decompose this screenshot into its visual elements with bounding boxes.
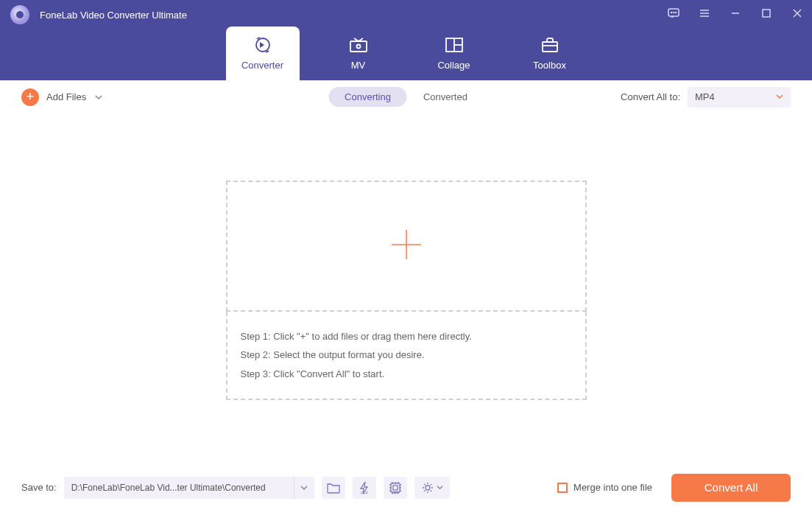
tab-converted[interactable]: Converted bbox=[407, 87, 484, 107]
window-controls bbox=[665, 4, 806, 22]
svg-point-13 bbox=[356, 45, 360, 49]
step-3: Step 3: Click "Convert All" to start. bbox=[241, 367, 572, 382]
hardware-accel-button[interactable]: OFF bbox=[353, 477, 376, 499]
app-title: FoneLab Video Converter Ultimate bbox=[40, 10, 187, 21]
titlebar: FoneLab Video Converter Ultimate bbox=[0, 0, 812, 80]
convert-all-to: Convert All to: MP4 bbox=[621, 87, 791, 108]
convert-all-button[interactable]: Convert All bbox=[671, 474, 791, 502]
save-path-value: D:\FoneLab\FoneLab Vid...ter Ultimate\Co… bbox=[71, 483, 266, 493]
close-icon[interactable] bbox=[788, 4, 806, 22]
settings-button[interactable] bbox=[414, 477, 450, 499]
save-path-select[interactable]: D:\FoneLab\FoneLab Vid...ter Ultimate\Co… bbox=[64, 477, 314, 499]
plus-circle-icon: + bbox=[21, 88, 39, 106]
svg-point-3 bbox=[676, 13, 677, 13]
chevron-down-icon bbox=[294, 477, 314, 499]
bottombar: Save to: D:\FoneLab\FoneLab Vid...ter Ul… bbox=[7, 467, 805, 508]
tab-mv-label: MV bbox=[351, 60, 366, 71]
tab-toolbox[interactable]: Toolbox bbox=[513, 27, 587, 80]
svg-rect-23 bbox=[393, 486, 398, 490]
tab-converter-label: Converter bbox=[241, 60, 283, 71]
checkbox-icon bbox=[557, 483, 568, 493]
svg-point-2 bbox=[674, 13, 674, 13]
nav-tabs: Converter MV Collage Toolbox bbox=[0, 27, 812, 80]
tab-converter[interactable]: Converter bbox=[226, 27, 300, 80]
menu-icon[interactable] bbox=[696, 4, 713, 22]
maximize-icon[interactable] bbox=[758, 4, 775, 22]
toolbar: + Add Files Converting Converted Convert… bbox=[7, 80, 805, 113]
merge-checkbox[interactable]: Merge into one file bbox=[557, 482, 652, 493]
tab-collage[interactable]: Collage bbox=[417, 27, 491, 80]
plus-icon bbox=[388, 226, 425, 266]
tab-converting[interactable]: Converting bbox=[328, 87, 407, 107]
svg-rect-8 bbox=[763, 10, 770, 17]
format-select[interactable]: MP4 bbox=[688, 87, 791, 108]
app-window: FoneLab Video Converter Ultimate bbox=[0, 0, 812, 515]
format-value: MP4 bbox=[695, 91, 715, 102]
add-files-button[interactable]: + Add Files bbox=[21, 88, 102, 106]
tab-toolbox-label: Toolbox bbox=[533, 60, 566, 71]
drop-target[interactable] bbox=[226, 181, 587, 312]
content-area: + Add Files Converting Converted Convert… bbox=[7, 80, 805, 508]
svg-text:OFF: OFF bbox=[392, 491, 399, 495]
open-folder-button[interactable] bbox=[322, 477, 345, 499]
main-area: Step 1: Click "+" to add files or drag t… bbox=[7, 113, 805, 467]
step-2: Step 2: Select the output format you des… bbox=[241, 348, 572, 362]
svg-point-1 bbox=[671, 13, 672, 13]
convert-all-to-label: Convert All to: bbox=[621, 91, 680, 102]
svg-point-37 bbox=[426, 486, 430, 490]
save-to-label: Save to: bbox=[21, 482, 57, 493]
drop-zone: Step 1: Click "+" to add files or drag t… bbox=[226, 181, 587, 401]
instructions: Step 1: Click "+" to add files or drag t… bbox=[226, 312, 587, 401]
minimize-icon[interactable] bbox=[727, 4, 744, 22]
gpu-button[interactable]: OFF bbox=[384, 477, 407, 499]
tab-mv[interactable]: MV bbox=[322, 27, 395, 80]
chevron-down-icon bbox=[776, 91, 783, 102]
tab-collage-label: Collage bbox=[437, 60, 470, 71]
titlebar-top: FoneLab Video Converter Ultimate bbox=[0, 0, 812, 29]
app-logo bbox=[10, 5, 29, 24]
svg-rect-17 bbox=[543, 42, 557, 52]
step-1: Step 1: Click "+" to add files or drag t… bbox=[241, 329, 572, 344]
svg-text:OFF: OFF bbox=[361, 491, 368, 495]
add-files-label: Add Files bbox=[46, 91, 86, 102]
merge-label: Merge into one file bbox=[573, 482, 652, 493]
chevron-down-icon bbox=[95, 91, 102, 104]
svg-rect-12 bbox=[350, 41, 367, 52]
feedback-icon[interactable] bbox=[665, 4, 682, 22]
status-tabs: Converting Converted bbox=[328, 87, 484, 107]
